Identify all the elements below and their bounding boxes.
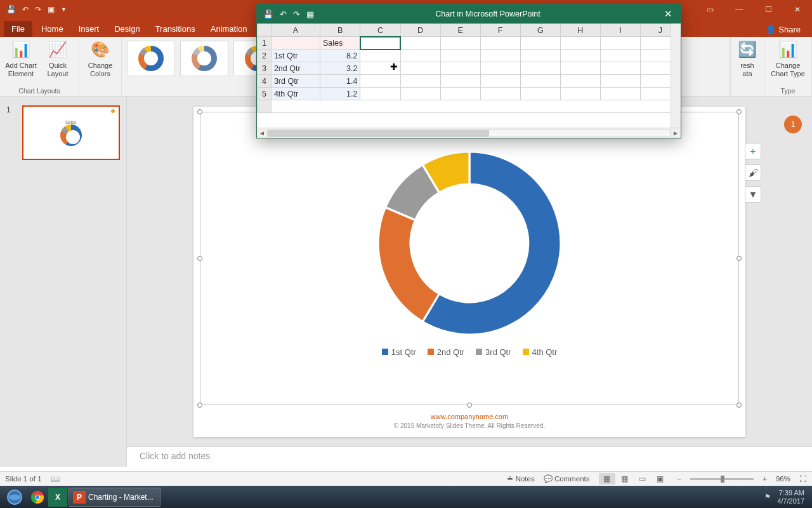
chart-filter-button[interactable]: ▼ [745,186,761,203]
tab-file[interactable]: File [4,21,32,37]
cell[interactable] [400,62,440,75]
cell[interactable] [400,75,440,88]
start-button[interactable] [3,488,27,507]
cell-selected[interactable] [360,37,400,50]
slideshow-icon[interactable]: ▣ [48,5,55,14]
cell[interactable] [440,75,480,88]
sheet-grid[interactable]: A B C D E F G H I J 1 Sales 2 1st Qtr [257,23,681,113]
sorter-view-icon[interactable]: ▦ [617,473,633,485]
scroll-right-icon[interactable]: ► [671,130,681,137]
slide-canvas[interactable]: Sales 1st Qtr 2nd Qtr 3rd Qtr 4th Qtr + … [193,107,745,437]
cell[interactable] [480,62,520,75]
cell[interactable] [400,37,440,50]
col-header[interactable]: I [600,24,640,37]
col-header[interactable]: F [480,24,520,37]
ribbon-options-icon[interactable]: ▭ [695,0,724,19]
spellcheck-icon[interactable]: 📖 [51,474,60,483]
maximize-icon[interactable]: ☐ [754,0,783,19]
cell[interactable]: 1st Qtr [271,50,320,62]
refresh-data-button[interactable]: 🔄 resh ata [735,39,760,77]
zoom-level[interactable]: 96% [776,475,790,483]
cell[interactable] [360,75,400,88]
col-header[interactable]: C [360,24,400,37]
cell[interactable]: Sales [320,37,360,50]
scroll-thumb[interactable] [268,130,489,137]
cell[interactable] [440,62,480,75]
notes-toggle[interactable]: ≐ Notes [507,474,534,483]
slide-thumbnail-1[interactable]: Sales [22,105,120,160]
sheet-save-icon[interactable]: 💾 [263,10,273,19]
tab-animations[interactable]: Animation [203,21,255,37]
normal-view-icon[interactable]: ▦ [599,473,615,485]
resize-handle[interactable] [197,256,202,261]
resize-handle[interactable] [467,403,472,408]
donut-chart[interactable] [368,142,571,345]
cell[interactable] [560,62,600,75]
cell[interactable] [360,50,400,62]
tab-transitions[interactable]: Transitions [148,21,203,37]
float-badge[interactable]: 1 [784,116,802,133]
change-chart-type-button[interactable]: 📊 Change Chart Type [768,39,808,77]
resize-handle[interactable] [197,403,202,408]
legend-item[interactable]: 2nd Qtr [428,347,464,357]
cell[interactable] [600,62,640,75]
slideshow-view-icon[interactable]: ▣ [652,473,669,485]
cell[interactable] [600,88,640,100]
legend-item[interactable]: 1st Qtr [382,347,416,357]
save-icon[interactable]: 💾 [6,5,16,14]
cell[interactable] [520,62,560,75]
zoom-slider[interactable] [690,478,754,480]
row-header[interactable]: 2 [258,50,272,62]
chart-style-1[interactable] [127,41,175,76]
chart-selection-box[interactable]: Sales 1st Qtr 2nd Qtr 3rd Qtr 4th Qtr + … [200,112,739,405]
tab-design[interactable]: Design [107,21,147,37]
col-header[interactable]: H [560,24,600,37]
cell[interactable] [520,37,560,50]
undo-icon[interactable]: ↶ [22,5,29,14]
close-icon[interactable]: ✕ [783,0,812,19]
add-chart-element-button[interactable]: 📊 Add Chart Element [4,39,38,77]
cell[interactable]: 4th Qtr [271,88,320,100]
resize-handle[interactable] [737,403,742,408]
cell[interactable] [440,50,480,62]
chart-data-window[interactable]: 💾 ↶ ↷ ▦ Chart in Microsoft PowerPoint ✕ … [256,4,681,138]
tab-insert[interactable]: Insert [71,21,107,37]
resize-handle[interactable] [197,109,202,114]
row-header[interactable]: 3 [258,62,272,75]
taskbar-excel[interactable]: X [48,488,67,507]
chart-brush-button[interactable]: 🖌 [745,164,761,181]
cell[interactable] [480,88,520,100]
legend-item[interactable]: 3rd Qtr [476,347,511,357]
cell[interactable]: 3.2 [320,62,360,75]
cell[interactable]: 8.2 [320,50,360,62]
cell[interactable] [480,50,520,62]
tab-home[interactable]: Home [34,21,71,37]
sheet-close-icon[interactable]: ✕ [655,8,681,20]
select-all-corner[interactable] [258,24,272,37]
chart-plus-button[interactable]: + [745,143,761,159]
chart-style-2[interactable] [180,41,228,76]
cell[interactable] [520,88,560,100]
cell[interactable]: 1.4 [320,75,360,88]
col-header[interactable]: A [271,24,320,37]
redo-icon[interactable]: ↷ [35,5,41,14]
tray-flag-icon[interactable]: ⚑ [764,493,771,500]
col-header[interactable]: B [320,24,360,37]
fit-window-icon[interactable]: ⛶ [799,475,807,483]
change-colors-button[interactable]: 🎨 Change Colors [83,39,117,77]
tray-clock[interactable]: 7:39 AM 4/7/2017 [777,489,804,504]
resize-handle[interactable] [737,256,742,261]
cell[interactable] [360,62,400,75]
reading-view-icon[interactable]: ▭ [634,473,651,485]
cell[interactable] [360,88,400,100]
col-header[interactable]: D [400,24,440,37]
sheet-vscroll[interactable] [671,23,681,128]
sheet-undo-icon[interactable]: ↶ [280,10,287,19]
sheet-redo-icon[interactable]: ↷ [293,10,300,19]
row-header[interactable]: 4 [258,75,272,88]
cell[interactable] [520,75,560,88]
cell[interactable]: 3rd Qtr [271,75,320,88]
cell[interactable] [440,37,480,50]
zoom-in-icon[interactable]: + [763,475,767,483]
zoom-out-icon[interactable]: − [678,475,682,483]
